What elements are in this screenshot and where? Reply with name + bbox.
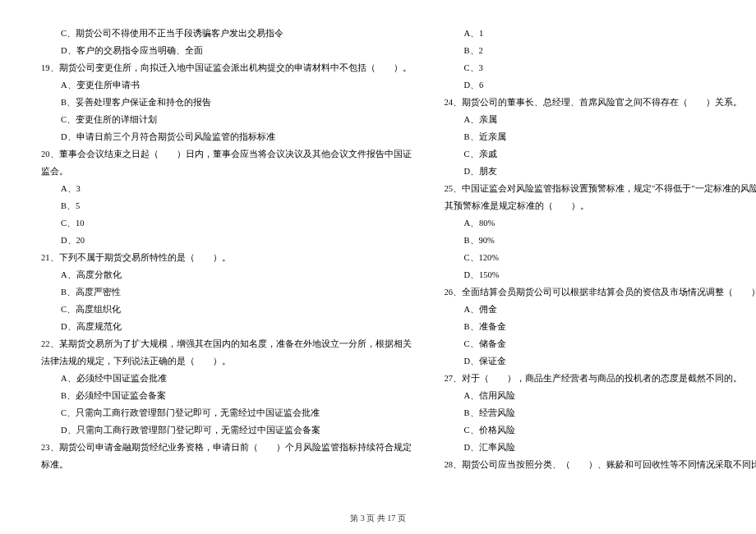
question-line: 26、全面结算会员期货公司可以根据非结算会员的资信及市场情况调整（ ）标准。 xyxy=(445,283,757,301)
option-line: A、80% xyxy=(445,214,757,232)
option-line: C、价格风险 xyxy=(445,421,757,439)
option-line: A、3 xyxy=(41,180,412,197)
option-line: B、近亲属 xyxy=(445,128,757,145)
right-column: A、1B、2C、3D、624、期货公司的董事长、总经理、首席风险官之间不得存在（… xyxy=(445,25,757,476)
option-line: C、高度组织化 xyxy=(41,301,412,318)
option-line: C、3 xyxy=(445,59,757,76)
question-line: 法律法规的规定，下列说法正确的是（ ）。 xyxy=(41,352,412,370)
option-line: B、90% xyxy=(445,232,757,249)
question-line: 标准。 xyxy=(41,456,412,473)
option-line: B、高度严密性 xyxy=(41,283,412,301)
option-line: A、变更住所申请书 xyxy=(41,76,412,94)
option-line: C、120% xyxy=(445,249,757,266)
option-line: D、保证金 xyxy=(445,352,757,370)
option-line: C、储备金 xyxy=(445,335,757,352)
option-line: A、亲属 xyxy=(445,111,757,128)
option-line: C、期货公司不得使用不正当手段诱骗客户发出交易指令 xyxy=(41,25,412,42)
option-line: A、必须经中国证监会批准 xyxy=(41,370,412,387)
option-line: B、必须经中国证监会备案 xyxy=(41,387,412,404)
question-line: 22、某期货交易所为了扩大规模，增强其在国内的知名度，准备在外地设立一分所，根据… xyxy=(41,335,412,352)
option-line: A、1 xyxy=(445,25,757,42)
option-line: D、高度规范化 xyxy=(41,318,412,335)
left-column: C、期货公司不得使用不正当手段诱骗客户发出交易指令D、客户的交易指令应当明确、全… xyxy=(41,25,412,476)
question-line: 27、对于（ ），商品生产经营者与商品的投机者的态度是截然不同的。 xyxy=(445,370,757,387)
question-line: 19、期货公司变更住所，向拟迁入地中国证监会派出机构提交的申请材料中不包括（ ）… xyxy=(41,59,412,76)
option-line: C、只需向工商行政管理部门登记即可，无需经过中国证监会批准 xyxy=(41,404,412,421)
option-line: B、2 xyxy=(445,42,757,59)
option-line: D、20 xyxy=(41,232,412,249)
page-footer: 第 3 页 共 17 页 xyxy=(0,513,756,524)
question-line: 25、中国证监会对风险监管指标设置预警标准，规定"不得低于"一定标准的风险监管指… xyxy=(445,180,757,197)
option-line: D、汇率风险 xyxy=(445,439,757,456)
option-line: B、妥善处理客户保证金和持仓的报告 xyxy=(41,94,412,111)
option-line: A、佣金 xyxy=(445,301,757,318)
question-line: 其预警标准是规定标准的（ ）。 xyxy=(445,197,757,214)
option-line: D、客户的交易指令应当明确、全面 xyxy=(41,42,412,59)
option-line: A、信用风险 xyxy=(445,387,757,404)
page-content: C、期货公司不得使用不正当手段诱骗客户发出交易指令D、客户的交易指令应当明确、全… xyxy=(0,0,756,509)
option-line: B、准备金 xyxy=(445,318,757,335)
option-line: D、申请日前三个月符合期货公司风险监管的指标标准 xyxy=(41,128,412,145)
option-line: D、150% xyxy=(445,266,757,283)
option-line: D、朋友 xyxy=(445,163,757,180)
question-line: 20、董事会会议结束之日起（ ）日内，董事会应当将会议决议及其他会议文件报告中国… xyxy=(41,145,412,163)
question-line: 监会。 xyxy=(41,163,412,180)
question-line: 24、期货公司的董事长、总经理、首席风险官之间不得存在（ ）关系。 xyxy=(445,94,757,111)
option-line: C、10 xyxy=(41,214,412,232)
option-line: B、经营风险 xyxy=(445,404,757,421)
question-line: 21、下列不属于期货交易所特性的是（ ）。 xyxy=(41,249,412,266)
option-line: D、6 xyxy=(445,76,757,94)
question-line: 28、期货公司应当按照分类、（ ）、账龄和可回收性等不同情况采取不同比例对资产进… xyxy=(445,456,757,473)
option-line: B、5 xyxy=(41,197,412,214)
option-line: A、高度分散化 xyxy=(41,266,412,283)
option-line: D、只需向工商行政管理部门登记即可，无需经过中国证监会备案 xyxy=(41,421,412,439)
option-line: C、变更住所的详细计划 xyxy=(41,111,412,128)
question-line: 23、期货公司申请金融期货经纪业务资格，申请日前（ ）个月风险监管指标持续符合规… xyxy=(41,439,412,456)
option-line: C、亲戚 xyxy=(445,145,757,163)
